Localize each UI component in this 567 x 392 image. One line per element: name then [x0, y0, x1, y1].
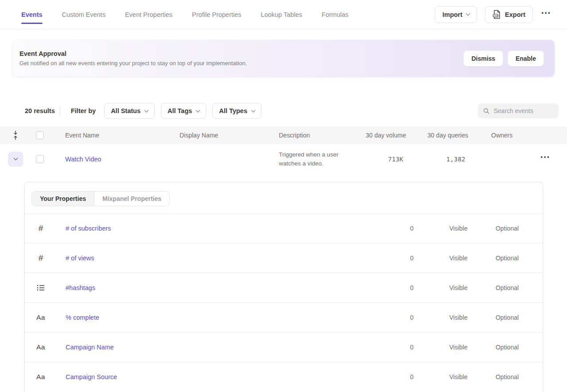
row-checkbox[interactable]: [36, 155, 44, 163]
events-table-header: Event Name Display Name Description 30 d…: [0, 126, 567, 144]
chevron-down-icon: [145, 108, 149, 112]
property-visibility[interactable]: Visible: [436, 373, 481, 380]
property-link[interactable]: Campaign Source: [66, 373, 117, 380]
text-icon: Aa: [35, 343, 46, 351]
tab-your-properties[interactable]: Your Properties: [32, 192, 94, 206]
banner-actions: Dismiss Enable: [463, 51, 544, 67]
tab-formulas[interactable]: Formulas: [322, 11, 348, 18]
column-description: Description: [279, 132, 361, 139]
property-requirement[interactable]: Optional: [481, 284, 534, 291]
search-input[interactable]: [493, 107, 553, 114]
property-requirement[interactable]: Optional: [481, 255, 534, 262]
number-icon: #: [35, 223, 46, 233]
event-description: Triggered when a user watches a video.: [279, 150, 361, 168]
properties-panel: Your Properties Mixpanel Properties # # …: [24, 182, 543, 392]
property-row: Aa % complete 0 Visible Optional: [25, 302, 543, 332]
dismiss-button[interactable]: Dismiss: [463, 51, 503, 67]
csv-file-icon: csv: [493, 10, 501, 19]
tab-events[interactable]: Events: [21, 11, 43, 18]
import-button[interactable]: Import: [435, 6, 477, 23]
tab-profile-properties[interactable]: Profile Properties: [192, 11, 241, 18]
property-link[interactable]: % complete: [66, 314, 99, 321]
tab-event-properties[interactable]: Event Properties: [125, 11, 172, 18]
select-all-checkbox[interactable]: [36, 131, 44, 139]
property-link[interactable]: #hashtags: [66, 284, 95, 291]
event-30-day-volume: 713K: [361, 156, 408, 163]
column-event-name: Event Name: [49, 132, 180, 139]
property-queries: 0: [387, 225, 436, 232]
property-queries: 0: [387, 284, 436, 291]
tab-custom-events[interactable]: Custom Events: [62, 11, 106, 18]
chevron-down-icon: [13, 156, 18, 161]
property-requirement[interactable]: Optional: [481, 314, 534, 321]
property-visibility[interactable]: Visible: [436, 255, 481, 262]
nav-actions: Import csv Export ⋯: [435, 6, 551, 23]
tab-mixpanel-properties[interactable]: Mixpanel Properties: [94, 192, 169, 206]
property-requirement[interactable]: Optional: [481, 344, 534, 351]
enable-button[interactable]: Enable: [508, 51, 544, 67]
status-filter-label: All Status: [111, 107, 141, 114]
top-nav: Events Custom Events Event Properties Pr…: [0, 0, 567, 29]
nav-tabs: Events Custom Events Event Properties Pr…: [21, 11, 348, 18]
row-more-button[interactable]: ⋯: [540, 152, 550, 166]
types-filter-label: All Types: [219, 107, 247, 114]
event-30-day-queries: 1,382: [408, 156, 470, 163]
property-row: Aa Campaign Name 0 Visible Optional: [25, 332, 543, 362]
property-queries: 0: [387, 373, 436, 380]
status-filter-dropdown[interactable]: All Status: [104, 103, 155, 119]
property-row: Aa Campaign Source 0 Visible Optional: [25, 362, 543, 392]
column-30-day-volume: 30 day volume: [361, 132, 408, 139]
tab-lookup-tables[interactable]: Lookup Tables: [261, 11, 302, 18]
property-row: #hashtags 0 Visible Optional: [25, 273, 543, 302]
tags-filter-dropdown[interactable]: All Tags: [161, 103, 206, 119]
property-queries: 0: [387, 314, 436, 321]
property-row: # # of subscribers 0 Visible Optional: [25, 213, 543, 243]
chevron-down-icon: [196, 108, 200, 112]
import-button-label: Import: [442, 11, 462, 18]
export-button-label: Export: [505, 11, 525, 18]
event-approval-banner: Event Approval Get notified on all new e…: [12, 40, 555, 77]
property-link[interactable]: Campaign Name: [66, 344, 114, 351]
property-link[interactable]: # of subscribers: [66, 225, 111, 232]
nav-more-button[interactable]: ⋯: [541, 8, 551, 21]
property-visibility[interactable]: Visible: [436, 344, 481, 351]
properties-tabs: Your Properties Mixpanel Properties: [25, 182, 543, 213]
property-requirement[interactable]: Optional: [481, 225, 534, 232]
chevron-down-icon: [466, 12, 470, 16]
search-icon: [483, 107, 489, 115]
banner-text: Event Approval Get notified on all new e…: [20, 50, 247, 67]
property-visibility[interactable]: Visible: [436, 284, 481, 291]
collapse-row-button[interactable]: [8, 152, 23, 167]
list-icon: [35, 284, 46, 291]
property-requirement[interactable]: Optional: [481, 373, 534, 380]
property-row: # # of views 0 Visible Optional: [25, 243, 543, 273]
event-row-watch-video: Watch Video Triggered when a user watche…: [0, 144, 567, 174]
chevron-down-icon: [251, 108, 255, 112]
filter-dropdowns: All Status All Tags All Types: [104, 103, 262, 119]
banner-description: Get notified on all new events entering …: [20, 60, 247, 67]
svg-text:csv: csv: [494, 14, 498, 17]
event-name-link[interactable]: Watch Video: [65, 156, 101, 163]
results-count: 20 results: [25, 107, 55, 114]
types-filter-dropdown[interactable]: All Types: [212, 103, 261, 119]
column-display-name: Display Name: [180, 132, 279, 139]
filter-row: 20 results Filter by All Status All Tags…: [0, 103, 567, 119]
column-owners: Owners: [470, 132, 523, 139]
collapse-all-icon[interactable]: [12, 130, 19, 140]
property-visibility[interactable]: Visible: [436, 314, 481, 321]
text-icon: Aa: [35, 373, 46, 381]
text-icon: Aa: [35, 314, 46, 321]
tags-filter-label: All Tags: [168, 107, 192, 114]
property-link[interactable]: # of views: [66, 255, 94, 262]
export-button[interactable]: csv Export: [485, 6, 533, 23]
property-visibility[interactable]: Visible: [436, 225, 481, 232]
column-30-day-queries: 30 day queries: [408, 132, 470, 139]
banner-title: Event Approval: [20, 50, 247, 57]
divider: [60, 106, 60, 116]
search-box[interactable]: [478, 103, 559, 118]
number-icon: #: [35, 253, 46, 263]
property-queries: 0: [387, 255, 436, 262]
property-queries: 0: [387, 344, 436, 351]
filter-by-label: Filter by: [71, 107, 96, 114]
